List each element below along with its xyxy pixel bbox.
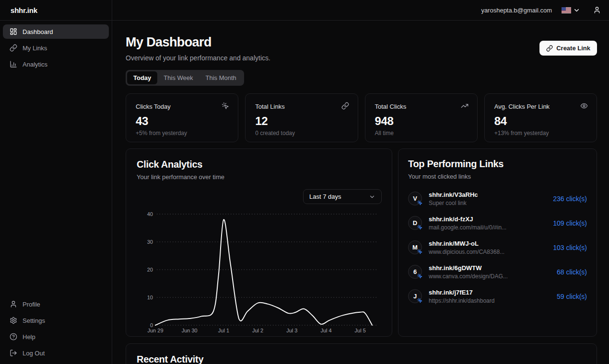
sidebar-item-settings[interactable]: Settings <box>3 313 109 328</box>
svg-text:Jun 29: Jun 29 <box>147 328 163 333</box>
charts-row: Click Analytics Your link performance ov… <box>126 148 597 337</box>
app-logo[interactable]: shhr.ink <box>0 0 112 20</box>
link-destination: Super cool link <box>429 200 478 206</box>
link-destination: www.canva.com/design/DAG... <box>429 273 508 280</box>
stat-value: 948 <box>375 114 468 128</box>
link-avatar: J <box>408 289 422 303</box>
chevron-down-icon <box>573 7 580 14</box>
link-avatar: D <box>408 216 422 230</box>
top-link-row[interactable]: Dshhr.ink/d-fzXJmail.google.com/mail/u/0… <box>408 211 587 235</box>
click-analytics-chart: 010203040Jun 29Jun 30Jul 1Jul 2Jul 3Jul … <box>134 212 381 334</box>
stat-value: 84 <box>494 114 587 128</box>
help-circle-icon <box>10 333 17 341</box>
mouse-pointer-click-icon <box>222 102 229 110</box>
link-click-count: 109 click(s) <box>553 219 587 227</box>
link-avatar: V <box>408 192 422 205</box>
top-link-row[interactable]: Vshhr.ink/V3aRHcSuper cool link236 click… <box>408 186 587 211</box>
link-short-url[interactable]: shhr.ink/V3aRHc <box>429 191 478 198</box>
analytics-title: Click Analytics <box>137 159 381 170</box>
stat-value: 43 <box>136 114 228 128</box>
top-links-list: Vshhr.ink/V3aRHcSuper cool link236 click… <box>408 186 587 308</box>
sidebar-item-label: Settings <box>23 317 45 324</box>
range-selector-dropdown[interactable]: Last 7 days <box>303 189 382 204</box>
range-selector-value: Last 7 days <box>309 193 341 200</box>
eye-icon <box>580 102 588 110</box>
create-link-label: Create Link <box>556 45 590 52</box>
language-selector[interactable] <box>562 7 580 14</box>
page-subtitle: Overview of your link performance and an… <box>126 54 597 62</box>
stat-card-total-links: Total Links 12 0 created today <box>245 93 358 142</box>
top-links-subtitle: Your most clicked links <box>408 173 587 180</box>
link-destination: https://shhr.ink/dashboard <box>429 297 494 304</box>
link-icon <box>546 45 553 52</box>
link-texts: shhr.ink/6gDWTWwww.canva.com/design/DAG.… <box>429 264 508 280</box>
svg-text:40: 40 <box>147 212 153 217</box>
mouse-pointer-click-icon <box>417 200 422 205</box>
svg-text:Jul 5: Jul 5 <box>355 328 366 333</box>
link-avatar: 6 <box>408 265 422 279</box>
link-short-url[interactable]: shhr.ink/MWJ-oL <box>429 240 504 247</box>
topbar-right: yaroshepta.b@gmail.com <box>481 6 609 14</box>
svg-text:30: 30 <box>147 239 153 245</box>
gear-icon <box>10 317 17 324</box>
svg-text:Jul 2: Jul 2 <box>252 328 263 333</box>
top-links-title: Top Performing Links <box>408 159 587 170</box>
top-link-row[interactable]: Jshhr.ink/j7fE17https://shhr.ink/dashboa… <box>408 284 587 308</box>
link-destination: www.dipicious.com/CA8368... <box>429 249 504 255</box>
link-avatar-letter: 6 <box>413 268 417 275</box>
sidebar-item-logout[interactable]: Log Out <box>3 346 109 360</box>
mouse-pointer-click-icon <box>417 249 422 254</box>
create-link-button[interactable]: Create Link <box>539 41 597 56</box>
sidebar-item-help[interactable]: Help <box>3 330 109 344</box>
stats-row: Clicks Today 43 +5% from yesterday Total… <box>126 93 597 142</box>
layout-dashboard-icon <box>10 28 17 35</box>
link-short-url[interactable]: shhr.ink/6gDWTW <box>429 264 508 272</box>
mouse-pointer-click-icon <box>417 225 422 230</box>
sidebar-item-label: Profile <box>23 301 40 308</box>
stat-caption: +13% from yesterday <box>494 130 587 136</box>
top-link-row[interactable]: 6shhr.ink/6gDWTWwww.canva.com/design/DAG… <box>408 260 587 284</box>
stat-card-total-clicks: Total Clicks 948 All time <box>365 93 478 142</box>
sidebar-item-dashboard[interactable]: Dashboard <box>3 24 109 39</box>
link-icon <box>10 44 17 52</box>
stat-label: Total Links <box>255 103 348 110</box>
sidebar-item-my-links[interactable]: My Links <box>3 41 109 55</box>
stat-caption: +5% from yesterday <box>136 130 228 136</box>
sidebar-footer-nav: Profile Settings Help Log Out <box>3 297 109 360</box>
sidebar-item-profile[interactable]: Profile <box>3 297 109 311</box>
sidebar-main-nav: Dashboard My Links Analytics <box>3 24 109 71</box>
user-icon[interactable] <box>593 6 601 14</box>
link-avatar: M <box>408 240 422 254</box>
tab-this-month[interactable]: This Month <box>199 71 243 84</box>
link-texts: shhr.ink/j7fE17https://shhr.ink/dashboar… <box>429 289 494 304</box>
link-icon <box>341 102 349 110</box>
topbar: shhr.ink yaroshepta.b@gmail.com <box>0 0 609 21</box>
stat-caption: All time <box>375 130 468 136</box>
link-texts: shhr.ink/MWJ-oLwww.dipicious.com/CA8368.… <box>429 240 504 255</box>
chevron-down-icon <box>369 193 375 200</box>
sidebar: Dashboard My Links Analytics Profile S <box>0 21 112 364</box>
stat-label: Total Clicks <box>375 103 468 110</box>
sidebar-item-label: Dashboard <box>23 28 53 35</box>
svg-text:Jul 1: Jul 1 <box>218 328 229 333</box>
tab-today[interactable]: Today <box>127 71 157 84</box>
trending-up-icon <box>461 102 468 110</box>
svg-text:Jul 3: Jul 3 <box>286 328 297 333</box>
link-click-count: 103 click(s) <box>553 244 587 251</box>
link-short-url[interactable]: shhr.ink/j7fE17 <box>429 289 494 296</box>
svg-text:Jun 30: Jun 30 <box>182 328 198 333</box>
sidebar-item-label: Help <box>23 333 35 341</box>
us-flag-icon <box>562 7 571 13</box>
tab-this-week[interactable]: This Week <box>157 71 199 84</box>
stat-label: Avg. Clicks Per Link <box>494 103 587 110</box>
link-avatar-letter: V <box>413 195 417 202</box>
stat-card-clicks-today: Clicks Today 43 +5% from yesterday <box>126 93 238 142</box>
link-click-count: 68 click(s) <box>557 268 587 276</box>
sidebar-item-label: Analytics <box>23 61 47 68</box>
sidebar-item-analytics[interactable]: Analytics <box>3 57 109 71</box>
top-link-row[interactable]: Mshhr.ink/MWJ-oLwww.dipicious.com/CA8368… <box>408 235 587 260</box>
svg-text:20: 20 <box>147 267 153 273</box>
link-short-url[interactable]: shhr.ink/d-fzXJ <box>429 216 506 223</box>
log-out-icon <box>10 349 17 357</box>
svg-text:Jul 4: Jul 4 <box>320 328 331 333</box>
